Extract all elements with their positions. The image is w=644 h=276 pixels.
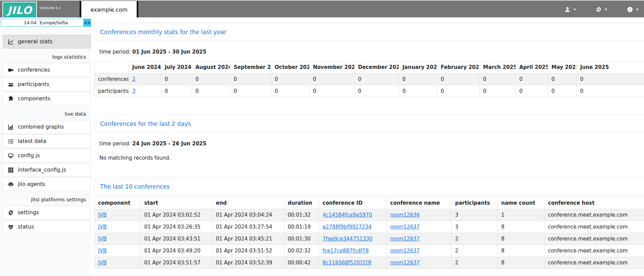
conference-name-cell: room12636	[387, 209, 452, 221]
conference-column-header: start	[141, 197, 213, 209]
month-column-header: November 2024	[310, 61, 355, 73]
component-cell: JVB	[95, 233, 141, 245]
stat-value: 0	[399, 73, 437, 85]
sidebar-collapse-button[interactable]: <<	[83, 19, 91, 27]
app-logo-text: JILO	[7, 4, 32, 16]
conference-column-header: name count	[498, 197, 545, 209]
conference-name-link[interactable]: room12636	[390, 212, 420, 218]
clock-timezone: Europe/Sofia	[40, 20, 68, 25]
main-content: Conferences monthly stats for the last y…	[94, 17, 644, 276]
component-link[interactable]: JVB	[98, 248, 107, 254]
stat-value: 0	[310, 85, 355, 97]
sidebar-item-combined-graphs[interactable]: combined graphs	[3, 120, 91, 134]
sidebar-section-label: logs statistics	[3, 49, 91, 63]
stat-value: 0	[577, 73, 644, 85]
sidebar-item-label: jilo agents	[18, 181, 45, 187]
stat-value: 0	[399, 85, 437, 97]
start-cell: 01 Apr 2024 03:49:20	[141, 245, 213, 257]
end-cell: 01 Apr 2024 03:51:52	[213, 245, 284, 257]
conference-id-link[interactable]: 4c14584fce9a5970	[323, 212, 372, 218]
conference-host-cell: conference.meet.example.com	[545, 233, 644, 245]
table-row: conferences2000000000000	[95, 73, 644, 85]
monthly-stats-card-header: Conferences monthly stats for the last y…	[94, 23, 644, 41]
last-10-title: The last 10 conferences	[100, 183, 170, 190]
settings-menu-button[interactable]	[596, 6, 608, 12]
table-header-row: June 2024July 2024August 2024September 2…	[95, 61, 644, 73]
conference-id-link[interactable]: a2788f9bf9927234	[323, 224, 372, 230]
end-cell: 01 Apr 2024 03:45:21	[213, 233, 284, 245]
sidebar-item-status[interactable]: status	[3, 220, 91, 234]
duration-cell: 00:00:42	[284, 257, 319, 269]
table-header-row: componentstartenddurationconference IDco…	[95, 197, 644, 209]
sidebar-section-label: jitsi platforms settings	[3, 192, 91, 206]
conference-name-link[interactable]: room12637	[390, 224, 420, 230]
participants-count-link[interactable]: 3	[132, 88, 136, 94]
sidebar-item-latest-data[interactable]: latest data	[3, 134, 91, 148]
info-menu-button[interactable]	[627, 6, 639, 13]
sidebar-item-label: latest data	[18, 138, 46, 144]
conference-id-cell: 8c116568f5201f28	[319, 257, 387, 269]
component-link[interactable]: JVB	[98, 260, 107, 266]
sidebar-item-general-stats[interactable]: general stats	[3, 35, 91, 48]
last-10-table: componentstartenddurationconference IDco…	[94, 197, 644, 269]
conference-name-cell: room12637	[387, 233, 452, 245]
month-column-header: December 2024	[355, 61, 399, 73]
participants-cell: 3	[452, 209, 498, 221]
stat-value: 0	[230, 85, 271, 97]
monthly-time-period-value: 01 Jun 2025 - 30 Jun 2025	[132, 49, 206, 55]
component-link[interactable]: JVB	[98, 224, 107, 230]
name-count-cell: 8	[498, 257, 545, 269]
duration-cell: 00:02:32	[284, 245, 319, 257]
name-count-cell: 8	[498, 233, 545, 245]
user-menu-button[interactable]	[564, 6, 577, 13]
sidebar-item-config-js[interactable]: config.js	[3, 149, 91, 162]
end-cell: 01 Apr 2024 03:52:39	[213, 257, 284, 269]
sidebar-item-interface-config-js[interactable]: interface_config.js	[3, 163, 91, 177]
component-link[interactable]: JVB	[98, 212, 107, 218]
component-cell: JVB	[95, 209, 141, 221]
last-2-days-title: Conferences for the last 2 days	[100, 120, 191, 127]
stat-value: 0	[548, 85, 577, 97]
sidebar-item-settings[interactable]: settings	[3, 206, 91, 219]
conference-id-link[interactable]: 7fae9ce344751330	[323, 236, 372, 242]
caret-down-icon	[635, 8, 639, 11]
last-2-days-card-header: Conferences for the last 2 days	[94, 115, 644, 133]
clock-time: 14:04	[24, 20, 37, 25]
last-2-days-time-period: time period: 24 Jun 2025 - 26 Jun 2025	[99, 141, 644, 147]
caret-down-icon	[573, 8, 577, 11]
platform-tab-example.com[interactable]: example.com	[80, 1, 138, 18]
month-column-header: July 2024	[161, 61, 192, 73]
month-column-header: June 2024	[129, 61, 161, 73]
sidebar-item-jilo-agents[interactable]: jilo agents	[3, 177, 91, 191]
start-cell: 01 Apr 2024 03:26:35	[141, 221, 213, 233]
monthly-time-period: time period: 01 Jun 2025 - 30 Jun 2025	[99, 49, 644, 55]
conference-id-link[interactable]: fce17ce887fcdf78	[323, 248, 369, 254]
monthly-stats-table: June 2024July 2024August 2024September 2…	[94, 61, 644, 97]
monthly-stats-title: Conferences monthly stats for the last y…	[100, 29, 227, 35]
sidebar: 14:04 Europe/Sofia << general statslogs …	[0, 17, 91, 276]
component-link[interactable]: JVB	[98, 236, 107, 242]
sidebar-item-label: status	[18, 224, 34, 230]
conference-id-cell: 4c14584fce9a5970	[319, 209, 387, 221]
sidebar-item-label: conferences	[18, 67, 50, 73]
conference-name-link[interactable]: room12637	[390, 260, 420, 266]
start-cell: 01 Apr 2024 03:51:57	[141, 257, 213, 269]
conferences-count-link[interactable]: 2	[132, 76, 136, 82]
grid-icon	[8, 167, 14, 173]
table-row: JVB01 Apr 2024 03:02:5201 Apr 2024 03:04…	[95, 209, 644, 221]
start-cell: 01 Apr 2024 03:43:51	[141, 233, 213, 245]
sidebar-item-participants[interactable]: participants	[3, 77, 91, 91]
sidebar-item-conferences[interactable]: conferences	[3, 63, 91, 77]
sidebar-section-label: live data	[3, 106, 91, 120]
user-icon	[564, 6, 571, 13]
sidebar-item-components[interactable]: components	[3, 92, 91, 105]
conference-name-link[interactable]: room12637	[390, 236, 420, 242]
gear-icon	[8, 210, 14, 216]
conference-name-link[interactable]: room12637	[390, 248, 420, 254]
component-cell: JVB	[95, 221, 141, 233]
conference-host-cell: conference.meet.example.com	[545, 257, 644, 269]
robot-icon	[8, 181, 14, 187]
table-row: JVB01 Apr 2024 03:49:2001 Apr 2024 03:51…	[95, 245, 644, 257]
stat-value: 0	[516, 73, 548, 85]
conference-id-link[interactable]: 8c116568f5201f28	[323, 260, 371, 266]
